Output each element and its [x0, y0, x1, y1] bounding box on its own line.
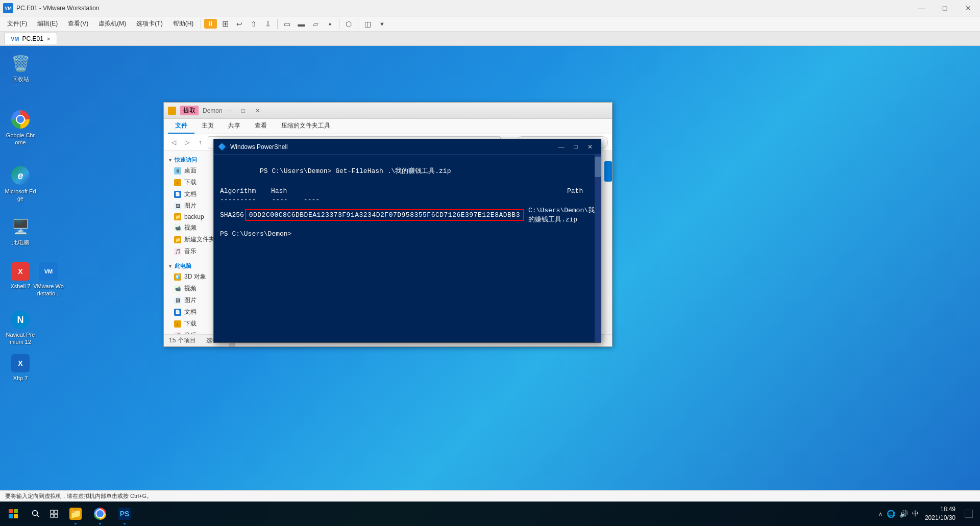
- ps-icon: 🔷: [218, 143, 226, 151]
- fe-tab-share[interactable]: 共享: [221, 119, 248, 134]
- desktop-icon-recycle[interactable]: 🗑️ 回收站: [3, 51, 38, 85]
- language-indicator[interactable]: 中: [912, 509, 919, 518]
- fe-scrollbar-thumb[interactable]: [604, 161, 612, 182]
- fe-ribbon: 文件 主页 共享 查看 压缩的文件夹工具: [164, 119, 612, 134]
- toolbar-btn-1[interactable]: ⊞: [218, 18, 232, 30]
- taskbar: 📁 PS ∧ 🌐 🔊 中 18:49 2021/10/30: [0, 502, 980, 526]
- fe-close[interactable]: ✕: [251, 106, 264, 116]
- svg-rect-1: [14, 509, 18, 513]
- desktop-icon-xftp[interactable]: X Xftp 7: [3, 352, 38, 384]
- ps-body: PS C:\Users\Demon> Get-FileHash .\我的赚钱工具…: [214, 155, 601, 342]
- edge-label: Microsoft Edge: [5, 188, 36, 203]
- fe-folder-icon: [168, 107, 176, 115]
- taskbar-clock[interactable]: 18:49 2021/10/30: [921, 505, 960, 522]
- toolbar-btn-10[interactable]: ◫: [360, 18, 375, 30]
- ps-content[interactable]: PS C:\Users\Demon> Get-FileHash .\我的赚钱工具…: [214, 155, 601, 342]
- computer-icon: 🖥️: [10, 216, 31, 237]
- fe-item-count: 15 个项目: [169, 336, 196, 345]
- menu-tab[interactable]: 选项卡(T): [131, 17, 167, 30]
- menu-vm[interactable]: 虚拟机(M): [93, 17, 131, 30]
- toolbar-btn-2[interactable]: ↩: [232, 18, 247, 30]
- sidebar-pictures-label: 图片: [184, 202, 197, 210]
- taskbar-right: ∧ 🌐 🔊 中 18:49 2021/10/30: [876, 502, 980, 526]
- ps-data-row: SHA256 0DD2C00C8C6DBDEA123373F91A3234D2F…: [220, 206, 595, 224]
- powershell-taskbar-icon: PS: [118, 508, 131, 520]
- fe-minimize[interactable]: —: [223, 106, 236, 116]
- network-icon[interactable]: 🌐: [887, 510, 895, 518]
- start-button[interactable]: [0, 502, 27, 526]
- chrome-icon: [10, 109, 31, 130]
- downloads-icon: ↓: [174, 179, 181, 186]
- fe-forward-button[interactable]: ▷: [181, 137, 192, 148]
- fe-scrollbar[interactable]: [604, 151, 612, 334]
- toolbar-btn-8[interactable]: ▪: [323, 18, 337, 30]
- svg-rect-2: [9, 514, 13, 518]
- minimize-button[interactable]: —: [910, 0, 933, 16]
- fe-maximize[interactable]: □: [237, 106, 250, 116]
- sidebar-downloads-label: 下载: [184, 178, 197, 187]
- fe-tab-zip[interactable]: 压缩的文件夹工具: [274, 119, 337, 134]
- xftp-label: Xftp 7: [13, 374, 28, 382]
- ps-scrollbar[interactable]: [595, 155, 601, 342]
- desktop-icon-computer[interactable]: 🖥️ 此电脑: [3, 214, 38, 248]
- fe-tab-view[interactable]: 查看: [248, 119, 274, 134]
- ps-minimize[interactable]: —: [555, 141, 568, 153]
- toolbar-btn-4[interactable]: ⇩: [261, 18, 275, 30]
- volume-icon[interactable]: 🔊: [899, 510, 908, 518]
- svg-rect-8: [51, 514, 54, 517]
- ps-col-path-header: Path: [567, 187, 583, 195]
- sidebar-desktop-label: 桌面: [184, 166, 197, 175]
- svg-point-4: [33, 511, 38, 516]
- search-icon: [32, 510, 40, 518]
- sidebar-videos-label: 视频: [184, 223, 197, 232]
- taskbar-powershell[interactable]: PS: [112, 502, 137, 526]
- desktop-icon-navicat[interactable]: N Navicat Premium 12: [3, 309, 38, 348]
- toolbar-separator: [201, 19, 201, 29]
- sidebar-3d-label: 3D 对象: [184, 272, 206, 281]
- close-button[interactable]: ✕: [957, 0, 980, 16]
- input-method-label: 中: [912, 509, 919, 518]
- sidebar-dl2-label: 下载: [184, 319, 197, 328]
- chrome-taskbar-icon: [94, 508, 106, 520]
- desktop: 🗑️ 回收站 Google Chrome e Microsoft Edge 🖥️…: [0, 46, 980, 502]
- ps-scrollbar-thumb[interactable]: [595, 157, 601, 177]
- sidebar-music-label: 音乐: [184, 247, 197, 256]
- tab-close-icon[interactable]: ✕: [46, 36, 51, 42]
- notification-area: ∧ 🌐 🔊: [876, 510, 910, 518]
- menu-view[interactable]: 查看(V): [63, 17, 93, 30]
- toolbar-btn-9[interactable]: ⬡: [341, 18, 356, 30]
- show-desktop-button[interactable]: [962, 502, 976, 526]
- xshell-label: Xshell 7: [10, 283, 30, 290]
- toolbar-btn-11[interactable]: ▼: [375, 18, 389, 30]
- fe-back-button[interactable]: ◁: [168, 137, 179, 148]
- task-view-button[interactable]: [45, 502, 63, 526]
- svg-rect-6: [51, 510, 54, 513]
- sidebar-video2-label: 视频: [184, 284, 197, 293]
- ps-close[interactable]: ✕: [583, 141, 597, 153]
- fe-tab-home[interactable]: 主页: [194, 119, 221, 134]
- file-manager-icon: 📁: [69, 508, 82, 520]
- toolbar-btn-7[interactable]: ▱: [308, 18, 323, 30]
- desktop-icon-chrome[interactable]: Google Chrome: [3, 107, 38, 148]
- taskbar-search-button[interactable]: [27, 502, 45, 526]
- toolbar-separator-4: [358, 19, 358, 29]
- toolbar-btn-3[interactable]: ⇧: [247, 18, 261, 30]
- toolbar-btn-5[interactable]: ▭: [280, 18, 294, 30]
- maximize-button[interactable]: □: [933, 0, 957, 16]
- desktop-icon-vmware[interactable]: VM VMware Workstatio...: [31, 260, 66, 299]
- ps-maximize[interactable]: □: [569, 141, 582, 153]
- toolbar-btn-6[interactable]: ▬: [294, 18, 308, 30]
- fe-tab-file[interactable]: 文件: [168, 119, 194, 134]
- desktop-icon-edge[interactable]: e Microsoft Edge: [3, 163, 38, 205]
- chevron-up-icon[interactable]: ∧: [878, 511, 883, 517]
- pause-button[interactable]: ⏸: [204, 19, 217, 29]
- menu-edit[interactable]: 编辑(E): [32, 17, 63, 30]
- taskbar-chrome[interactable]: [88, 502, 112, 526]
- taskbar-file-manager[interactable]: 📁: [63, 502, 88, 526]
- svg-rect-0: [9, 509, 13, 513]
- menu-help[interactable]: 帮助(H): [168, 17, 199, 30]
- music-icon: 🎵: [174, 248, 181, 255]
- fe-up-button[interactable]: ↑: [194, 137, 206, 148]
- vm-tab[interactable]: VM PC.E01 ✕: [4, 33, 57, 44]
- menu-file[interactable]: 文件(F): [2, 17, 32, 30]
